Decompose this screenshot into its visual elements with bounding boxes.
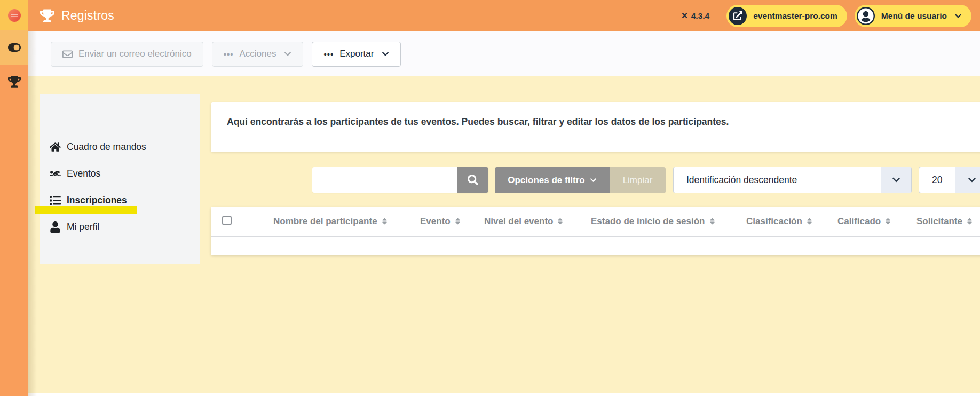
select-chevron-area [955,167,980,193]
select-all-checkbox[interactable] [222,216,232,225]
version-indicator: ✕ 4.3.4 [681,11,709,21]
column-label: Nivel del evento [484,216,553,227]
column-header-event[interactable]: Evento [420,207,461,236]
main-content-area: Cuadro de mandos Eventos Inscripciones M… [28,76,980,396]
home-icon [50,141,61,153]
sidebar-item-profile[interactable]: Mi perfil [40,213,200,240]
export-dropdown-button[interactable]: ••• Exportar [312,42,401,67]
trophy-icon [40,9,54,23]
chevron-down-icon [590,177,597,184]
chevron-down-icon [892,176,900,184]
column-label: Evento [420,216,451,227]
column-header-applicant[interactable]: Solicitante [916,207,973,236]
search-input[interactable] [312,167,457,193]
column-label: Clasificación [746,216,802,227]
site-link-button[interactable]: eventmaster-pro.com [726,5,847,27]
trophy-icon [8,75,21,88]
column-header-ranking[interactable]: Clasificación [746,207,813,236]
horizontal-scrollbar[interactable] [28,393,980,396]
app-icon-strip [0,0,28,396]
sort-icon [884,217,891,225]
user-circle-icon [857,7,875,25]
chevron-down-icon [954,12,962,20]
chevron-down-icon [382,50,389,58]
eventmaster-logo [8,9,21,22]
table-header-row: Nombre del participante Evento Nivel del… [211,207,980,236]
column-label: Estado de inicio de sesión [591,216,705,227]
send-email-button[interactable]: Enviar un correo electrónico [51,42,203,67]
sort-order-value: Identificación descendente [674,175,881,186]
sidebar-item-label: Inscripciones [67,195,127,206]
column-label: Calificado [837,216,881,227]
sort-icon [454,217,461,225]
page-title: Registros [61,9,114,23]
clear-filters-button[interactable]: Limpiar [610,167,666,193]
table-header-divider [211,236,980,237]
page-size-select[interactable]: 20 [919,167,980,193]
version-number: 4.3.4 [691,11,709,21]
sidebar-menu: Cuadro de mandos Eventos Inscripciones M… [40,94,200,264]
sort-icon [557,217,564,225]
action-toolbar: Enviar un correo electrónico ••• Accione… [28,31,980,76]
sort-order-select[interactable]: Identificación descendente [673,167,912,193]
sort-icon [709,217,716,225]
sidebar-item-label: Eventos [67,168,100,179]
search-icon [468,175,478,185]
sidebar-item-label: Mi perfil [67,221,99,233]
external-link-icon [729,7,747,25]
user-menu-label: Menú de usuario [881,11,947,21]
swimmer-icon [50,168,61,179]
header-right-group: ✕ 4.3.4 eventmaster-pro.com Menú de usua… [681,5,976,27]
sort-icon [966,217,973,225]
intro-text: Aquí encontrarás a los participantes de … [227,116,980,128]
send-email-label: Enviar un correo electrónico [78,49,192,59]
search-group [312,167,488,193]
filter-buttons-group: Opciones de filtro Limpiar [495,167,666,193]
participants-table: Nombre del participante Evento Nivel del… [211,207,980,255]
column-header-login-status[interactable]: Estado de inicio de sesión [591,207,716,236]
sidebar-item-dashboard[interactable]: Cuadro de mandos [40,133,200,160]
app-logo-block [0,0,28,30]
sort-icon [806,217,813,225]
strip-trophy-button[interactable] [0,65,28,99]
active-item-highlight [35,206,137,214]
column-header-participant-name[interactable]: Nombre del participante [273,207,388,236]
column-label: Nombre del participante [273,216,377,227]
sort-icon [381,217,388,225]
page-size-value: 20 [919,175,955,186]
site-link-label: eventmaster-pro.com [753,11,837,21]
column-header-event-level[interactable]: Nivel del evento [484,207,564,236]
sidebar-item-label: Cuadro de mandos [67,141,146,153]
sidebar-item-events[interactable]: Eventos [40,160,200,187]
list-icon [50,195,61,206]
ellipsis-icon: ••• [224,50,234,58]
column-label: Solicitante [916,216,962,227]
select-chevron-area [881,167,911,193]
chevron-down-icon [968,176,976,184]
sidebar-toggle-button[interactable] [0,30,28,65]
user-icon [50,221,61,233]
search-button[interactable] [457,167,488,193]
joomla-icon: ✕ [681,11,688,21]
top-header-bar: Registros ✕ 4.3.4 eventmaster-pro.com Me… [28,0,980,31]
intro-box: Aquí encontrarás a los participantes de … [211,102,980,152]
export-label: Exportar [339,49,374,59]
actions-dropdown-button[interactable]: ••• Acciones [212,42,304,67]
filter-options-label: Opciones de filtro [508,175,585,186]
actions-label: Acciones [239,49,276,59]
filter-options-button[interactable]: Opciones de filtro [495,167,610,193]
toggle-icon [8,41,21,54]
chevron-down-icon [284,50,291,58]
envelope-icon [62,49,73,59]
ellipsis-icon: ••• [323,50,334,58]
user-menu-button[interactable]: Menú de usuario [855,5,971,27]
column-header-qualified[interactable]: Calificado [837,207,891,236]
